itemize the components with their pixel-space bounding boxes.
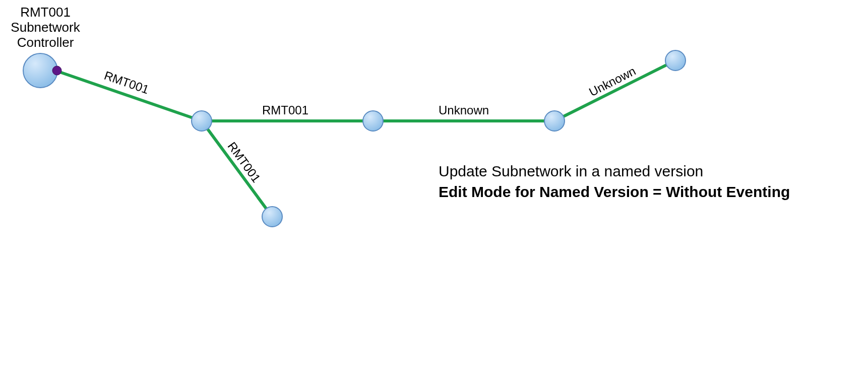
caption-line2: Edit Mode for Named Version = Without Ev…	[439, 182, 790, 203]
edge-label-e4: Unknown	[439, 103, 489, 117]
edge-e3	[202, 121, 272, 217]
caption-line1: Update Subnetwork in a named version	[439, 161, 790, 182]
node-n5	[544, 111, 565, 131]
node-n4	[363, 111, 383, 131]
node-n6	[665, 50, 686, 71]
controller-port-icon	[52, 66, 61, 75]
node-n3	[262, 207, 282, 227]
controller-label: RMT001 Subnetwork Controller	[5, 5, 86, 50]
edge-e5	[554, 60, 675, 121]
node-n2	[192, 111, 212, 131]
controller-label-line1: RMT001	[20, 5, 71, 20]
edge-label-e2: RMT001	[262, 103, 308, 117]
controller-label-line3: Controller	[17, 35, 74, 50]
controller-label-line2: Subnetwork	[11, 20, 80, 35]
diagram-caption: Update Subnetwork in a named version Edi…	[439, 161, 790, 202]
network-diagram: RMT001 Subnetwork Controller RMT001 RMT0…	[0, 0, 868, 384]
